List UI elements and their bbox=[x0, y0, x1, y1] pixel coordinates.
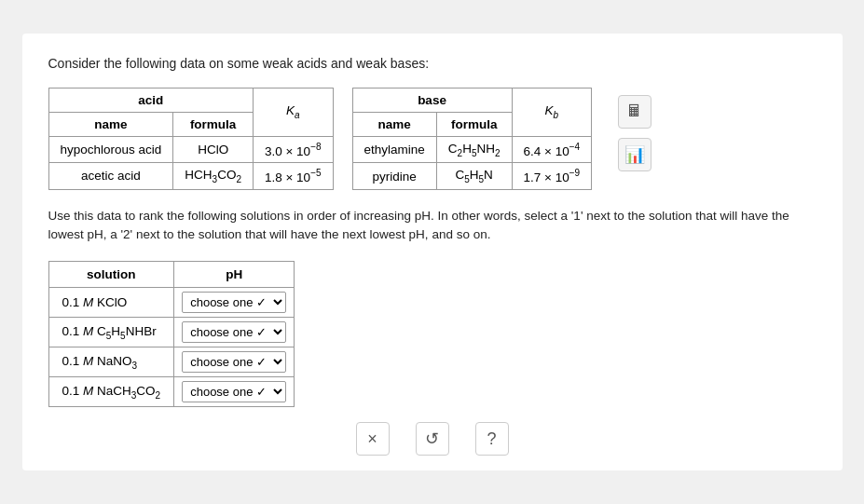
base-row-2: pyridine C5H5N 1.7 × 10−9 bbox=[352, 163, 592, 190]
base-formula-header: formula bbox=[436, 112, 512, 136]
solution-name-1: 0.1 M KClO bbox=[48, 288, 174, 318]
calculator-button[interactable]: 🖩 bbox=[618, 95, 651, 129]
kb-header: Kb bbox=[512, 88, 592, 136]
solution-row-4: 0.1 M NaCH3CO2 choose one ✓ 1 2 3 4 bbox=[48, 377, 295, 407]
solution-row-1: 0.1 M KClO choose one ✓ 1 2 3 4 bbox=[48, 288, 295, 318]
ka-header: Ka bbox=[253, 88, 333, 136]
close-icon: × bbox=[367, 429, 377, 449]
ph-dropdown-3[interactable]: choose one ✓ 1 2 3 4 bbox=[174, 347, 295, 377]
solution-name-4: 0.1 M NaCH3CO2 bbox=[48, 377, 174, 407]
acid-name-1: hypochlorous acid bbox=[48, 136, 173, 163]
tables-row: acid Ka name formula hypochlorous acid H… bbox=[48, 88, 816, 190]
acid-formula-2: HCH3CO2 bbox=[173, 163, 254, 190]
base-name-header: name bbox=[352, 112, 436, 136]
reset-icon: ↺ bbox=[425, 429, 439, 449]
solution-table: solution pH 0.1 M KClO choose one ✓ 1 2 … bbox=[48, 261, 295, 407]
ph-dropdown-4[interactable]: choose one ✓ 1 2 3 4 bbox=[174, 377, 295, 407]
ph-select-4[interactable]: choose one ✓ 1 2 3 4 bbox=[182, 381, 286, 402]
solution-name-3: 0.1 M NaNO3 bbox=[48, 347, 174, 377]
base-name-1: ethylamine bbox=[352, 136, 436, 163]
calculator-icon: 🖩 bbox=[626, 102, 643, 121]
base-header: base bbox=[352, 88, 512, 112]
page-title: Consider the following data on some weak… bbox=[48, 56, 816, 71]
base-kb-2: 1.7 × 10−9 bbox=[512, 163, 592, 190]
solution-col-header: solution bbox=[48, 262, 174, 288]
acid-name-2: acetic acid bbox=[48, 163, 173, 190]
help-icon: ? bbox=[487, 429, 496, 449]
base-formula-1: C2H5NH2 bbox=[436, 136, 512, 163]
acid-table: acid Ka name formula hypochlorous acid H… bbox=[48, 88, 334, 190]
bottom-toolbar: × ↺ ? bbox=[48, 422, 816, 456]
acid-ka-2: 1.8 × 10−5 bbox=[253, 163, 333, 190]
solution-row-3: 0.1 M NaNO3 choose one ✓ 1 2 3 4 bbox=[48, 347, 295, 377]
acid-formula-header: formula bbox=[173, 112, 254, 136]
side-icons: 🖩 📊 bbox=[618, 95, 651, 171]
ph-select-2[interactable]: choose one ✓ 1 2 3 4 bbox=[182, 321, 286, 343]
close-button[interactable]: × bbox=[356, 422, 390, 456]
ph-col-header: pH bbox=[174, 262, 295, 288]
reset-button[interactable]: ↺ bbox=[416, 422, 449, 456]
help-button[interactable]: ? bbox=[475, 422, 509, 456]
base-table: base Kb name formula ethylamine C2H5NH2 … bbox=[352, 88, 593, 190]
instructions: Use this data to rank the following solu… bbox=[48, 207, 816, 245]
ph-select-1[interactable]: choose one ✓ 1 2 3 4 bbox=[182, 292, 286, 313]
chart-button[interactable]: 📊 bbox=[618, 138, 651, 171]
acid-header: acid bbox=[48, 88, 253, 112]
ph-dropdown-2[interactable]: choose one ✓ 1 2 3 4 bbox=[174, 318, 295, 347]
acid-formula-1: HClO bbox=[173, 136, 254, 163]
main-container: Consider the following data on some weak… bbox=[22, 34, 843, 471]
acid-ka-1: 3.0 × 10−8 bbox=[253, 136, 333, 163]
base-row-1: ethylamine C2H5NH2 6.4 × 10−4 bbox=[352, 136, 592, 163]
solution-row-2: 0.1 M C5H5NHBr choose one ✓ 1 2 3 4 bbox=[48, 318, 295, 347]
acid-row-1: hypochlorous acid HClO 3.0 × 10−8 bbox=[48, 136, 333, 163]
base-name-2: pyridine bbox=[352, 163, 436, 190]
chart-icon: 📊 bbox=[624, 144, 645, 165]
ph-dropdown-1[interactable]: choose one ✓ 1 2 3 4 bbox=[174, 288, 295, 318]
ph-select-3[interactable]: choose one ✓ 1 2 3 4 bbox=[182, 351, 286, 373]
base-formula-2: C5H5N bbox=[436, 163, 512, 190]
base-kb-1: 6.4 × 10−4 bbox=[512, 136, 592, 163]
acid-name-header: name bbox=[48, 112, 173, 136]
acid-row-2: acetic acid HCH3CO2 1.8 × 10−5 bbox=[48, 163, 333, 190]
solution-name-2: 0.1 M C5H5NHBr bbox=[48, 318, 174, 347]
